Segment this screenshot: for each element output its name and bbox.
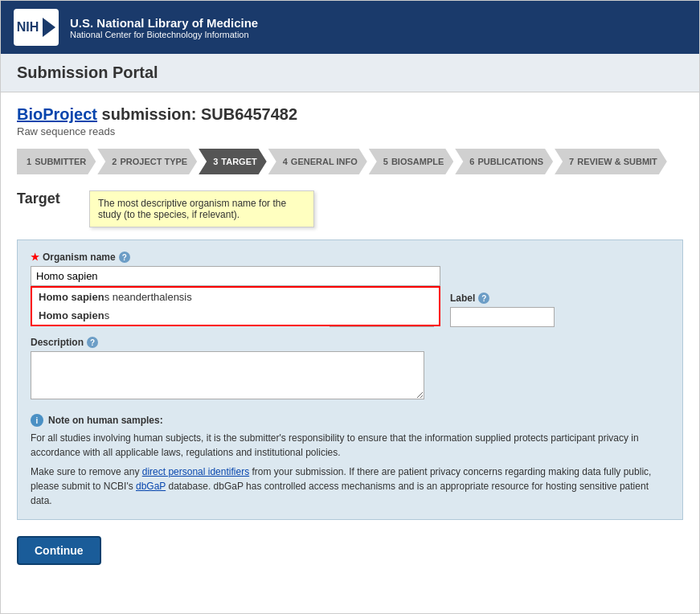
- bioproject-link[interactable]: BioProject: [17, 105, 97, 123]
- steps-nav: 1 SUBMITTER 2 PROJECT TYPE 3 TARGET 4 GE…: [17, 149, 683, 174]
- organism-field-label: ★ Organism name ?: [31, 252, 669, 263]
- label-input[interactable]: [450, 307, 555, 327]
- portal-banner: Submission Portal: [1, 54, 699, 92]
- step-publications[interactable]: 6 PUBLICATIONS: [455, 149, 553, 174]
- description-help-icon[interactable]: ?: [87, 337, 98, 348]
- label-help-icon[interactable]: ?: [478, 293, 489, 304]
- dbgap-link[interactable]: dbGaP: [136, 481, 166, 492]
- continue-button[interactable]: Continue: [17, 536, 101, 565]
- autocomplete-item-2[interactable]: Homo sapiens: [32, 306, 439, 325]
- autocomplete-container: Homo sapiens neanderthalensis Homo sapie…: [31, 266, 440, 286]
- info-icon: i: [31, 414, 43, 427]
- step-target[interactable]: 3 TARGET: [199, 149, 267, 174]
- step-submitter[interactable]: 1 SUBMITTER: [17, 149, 96, 174]
- step-biosample[interactable]: 5 BIOSAMPLE: [369, 149, 454, 174]
- step-general-info[interactable]: 4 GENERAL INFO: [268, 149, 367, 174]
- org-name: U.S. National Library of Medicine: [70, 16, 258, 30]
- nih-header-text: U.S. National Library of Medicine Nation…: [70, 16, 258, 39]
- autocomplete-item-1[interactable]: Homo sapiens neanderthalensis: [32, 288, 439, 306]
- target-section: Target The most descriptive organism nam…: [17, 190, 683, 565]
- organism-help-icon[interactable]: ?: [119, 252, 130, 263]
- nih-logo: NIH: [14, 9, 59, 46]
- step-review-submit[interactable]: 7 REVIEW & SUBMIT: [555, 149, 667, 174]
- organism-input[interactable]: [31, 266, 440, 286]
- label-field: Label ?: [450, 293, 555, 327]
- note-text-2: Make sure to remove any direct personal …: [31, 465, 669, 508]
- page-subtitle: Raw sequence reads: [17, 125, 683, 137]
- description-label: Description ?: [31, 337, 669, 348]
- note-text-1: For all studies involving human subjects…: [31, 431, 669, 460]
- note-section: i Note on human samples: For all studies…: [31, 413, 669, 508]
- portal-title: Submission Portal: [17, 63, 683, 82]
- description-textarea[interactable]: [31, 351, 424, 399]
- note-title: i Note on human samples:: [31, 413, 669, 428]
- org-sub: National Center for Biotechnology Inform…: [70, 30, 258, 39]
- description-section: Description ?: [31, 337, 669, 402]
- autocomplete-dropdown: Homo sapiens neanderthalensis Homo sapie…: [31, 286, 440, 326]
- organism-tooltip: The most descriptive organism name for t…: [89, 190, 314, 227]
- submission-text: submission: SUB6457482: [97, 105, 297, 123]
- direct-identifiers-link[interactable]: direct personal identifiers: [142, 466, 249, 477]
- step-project-type[interactable]: 2 PROJECT TYPE: [97, 149, 197, 174]
- form-area: ★ Organism name ? Homo sapiens neanderth…: [17, 239, 683, 520]
- page-title: BioProject submission: SUB6457482: [17, 105, 683, 124]
- main-content: BioProject submission: SUB6457482 Raw se…: [1, 92, 699, 578]
- nih-header: NIH U.S. National Library of Medicine Na…: [1, 1, 699, 54]
